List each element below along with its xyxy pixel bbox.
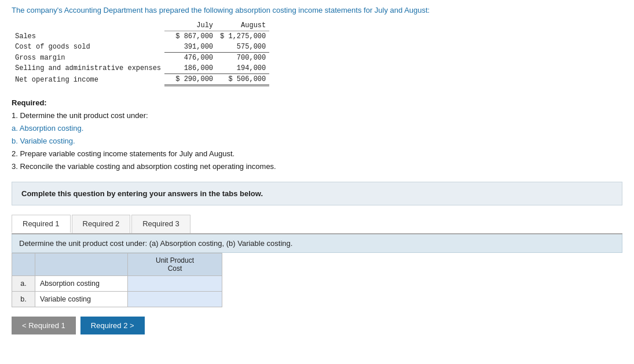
- tab-required-3[interactable]: Required 3: [131, 215, 190, 233]
- unit-product-cost-header: Unit ProductCost: [128, 253, 222, 275]
- tab-content-header: Determine the unit product cost under: (…: [12, 234, 622, 253]
- tab-required-1[interactable]: Required 1: [12, 215, 71, 233]
- required-item: a. Absorption costing.: [12, 122, 622, 135]
- required-item: 1. Determine the unit product cost under…: [12, 109, 622, 122]
- income-august-val: 575,000: [217, 42, 269, 53]
- tab-required-2[interactable]: Required 2: [72, 215, 131, 233]
- row-item-label: Absorption costing: [35, 275, 128, 291]
- income-august-val: 700,000: [217, 53, 269, 64]
- col-header-july: July: [164, 20, 217, 31]
- income-august-val: $ 1,275,000: [217, 31, 269, 42]
- income-july-val: 476,000: [164, 53, 217, 64]
- table-row: a. Absorption costing: [12, 275, 222, 291]
- required-item: b. Variable costing.: [12, 135, 622, 148]
- required-section: Required: 1. Determine the unit product …: [12, 97, 622, 174]
- income-july-val: 391,000: [164, 42, 217, 53]
- complete-box: Complete this question by entering your …: [12, 182, 622, 205]
- unit-cost-input[interactable]: [128, 276, 222, 291]
- row-letter: b.: [12, 291, 35, 307]
- income-row-label: Net operating income: [12, 74, 164, 86]
- income-july-val: 186,000: [164, 63, 217, 74]
- answer-table-wrap: Unit ProductCost a. Absorption costing b…: [12, 253, 622, 307]
- income-table: July August Sales $ 867,000 $ 1,275,000 …: [12, 20, 269, 86]
- unit-cost-input-cell[interactable]: [128, 291, 222, 307]
- income-row-label: Sales: [12, 31, 164, 42]
- income-row-label: Selling and administrative expenses: [12, 63, 164, 74]
- col-header-august: August: [217, 20, 269, 31]
- income-august-val: $ 506,000: [217, 74, 269, 86]
- tabs-container: Required 1Required 2Required 3: [12, 215, 622, 234]
- income-row-label: Cost of goods sold: [12, 42, 164, 53]
- unit-cost-input[interactable]: [128, 292, 222, 307]
- next-button[interactable]: Required 2 >: [80, 317, 145, 334]
- required-title: Required:: [12, 98, 47, 107]
- row-letter: a.: [12, 275, 35, 291]
- income-august-val: 194,000: [217, 63, 269, 74]
- required-item: 3. Reconcile the variable costing and ab…: [12, 160, 622, 173]
- row-item-label: Variable costing: [35, 291, 128, 307]
- unit-cost-input-cell[interactable]: [128, 275, 222, 291]
- income-row-label: Gross margin: [12, 53, 164, 64]
- required-item: 2. Prepare variable costing income state…: [12, 148, 622, 160]
- prev-button[interactable]: < Required 1: [12, 317, 76, 334]
- answer-table: Unit ProductCost a. Absorption costing b…: [12, 253, 222, 307]
- table-row: b. Variable costing: [12, 291, 222, 307]
- income-july-val: $ 290,000: [164, 74, 217, 86]
- bottom-nav: < Required 1 Required 2 >: [12, 317, 622, 334]
- intro-text: The company's Accounting Department has …: [12, 6, 622, 14]
- income-july-val: $ 867,000: [164, 31, 217, 42]
